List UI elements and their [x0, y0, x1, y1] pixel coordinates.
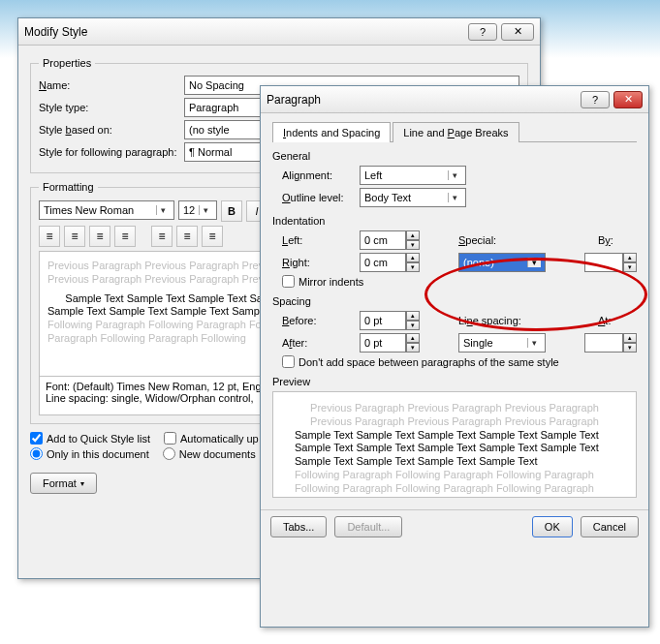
ok-button[interactable]: OK — [532, 516, 573, 537]
modify-style-titlebar: Modify Style ? ✕ — [18, 18, 540, 46]
spacing-1-button[interactable]: ≡ — [151, 226, 173, 247]
general-heading: General — [272, 150, 637, 162]
cancel-button[interactable]: Cancel — [581, 516, 639, 537]
bold-button[interactable]: B — [221, 200, 242, 222]
by-label: By: — [598, 234, 637, 246]
before-spinner[interactable]: 0 pt▴▾ — [360, 311, 420, 330]
chevron-down-icon: ▾ — [527, 338, 541, 348]
chevron-down-icon: ▾ — [80, 479, 84, 488]
paragraph-dialog: Paragraph ? ✕ Indents and Spacing Line a… — [260, 85, 649, 628]
after-label: After: — [282, 337, 360, 349]
alignment-combo[interactable]: Left▾ — [360, 166, 466, 185]
at-label: At: — [598, 315, 637, 326]
spacing-3-button[interactable]: ≡ — [202, 226, 223, 247]
dont-add-space-checkbox[interactable]: Don't add space between paragraphs of th… — [282, 355, 559, 368]
close-button[interactable]: ✕ — [501, 23, 534, 41]
paragraph-titlebar: Paragraph ? ✕ — [261, 86, 648, 113]
indentation-heading: Indentation — [272, 215, 637, 227]
close-button[interactable]: ✕ — [613, 91, 643, 108]
preview-heading: Preview — [272, 376, 637, 387]
name-label: NName:ame: — [39, 79, 184, 91]
line-spacing-label: Line spacing: — [458, 315, 534, 326]
spacing-heading: Spacing — [272, 295, 637, 307]
outline-label: Outline level: — [282, 192, 360, 203]
line-spacing-combo[interactable]: Single▾ — [458, 333, 546, 353]
align-left-button[interactable]: ≡ — [39, 226, 60, 247]
indent-right-spinner[interactable]: 0 cm▴▾ — [360, 253, 420, 272]
paragraph-preview: Previous Paragraph Previous Paragraph Pr… — [272, 391, 637, 498]
at-spinner[interactable]: ▴▾ — [584, 333, 637, 353]
spacing-2-button[interactable]: ≡ — [176, 226, 198, 247]
alignment-label: Alignment: — [282, 169, 360, 181]
indent-right-label: Right: — [282, 257, 360, 268]
style-following-label: Style for following paragraph: — [39, 146, 184, 158]
properties-legend: Properties — [39, 57, 95, 69]
align-center-button[interactable]: ≡ — [64, 226, 85, 247]
tabstrip: Indents and Spacing Line and Page Breaks… — [272, 121, 637, 142]
tabs-button[interactable]: Tabs... — [270, 516, 327, 537]
formatting-legend: Formatting — [39, 181, 98, 193]
add-quick-style-checkbox[interactable]: Add to Quick Style list — [30, 432, 150, 445]
special-label: Special: — [458, 234, 517, 246]
tab-indents-spacing[interactable]: Indents and Spacing — [272, 122, 391, 142]
chevron-down-icon: ▾ — [156, 205, 170, 215]
chevron-down-icon: ▾ — [199, 205, 212, 215]
help-button[interactable]: ? — [581, 91, 610, 108]
tab-line-page-breaks[interactable]: Line and Page Breaks — [393, 122, 519, 142]
indent-left-spinner[interactable]: 0 cm▴▾ — [360, 230, 420, 250]
style-based-label: Style based on: — [39, 124, 184, 136]
default-button[interactable]: Default... — [334, 516, 402, 537]
after-spinner[interactable]: 0 pt▴▾ — [360, 333, 420, 353]
new-docs-radio[interactable]: New documents — [163, 447, 256, 460]
chevron-down-icon: ▾ — [527, 258, 541, 267]
mirror-indents-checkbox[interactable]: Mirror indents — [282, 275, 363, 288]
by-spinner[interactable]: ▴▾ — [584, 253, 637, 272]
font-combo[interactable]: Times New Roman▾ — [39, 200, 174, 220]
paragraph-title: Paragraph — [267, 93, 577, 107]
only-this-doc-radio[interactable]: Only in this document — [30, 447, 149, 460]
special-combo[interactable]: (none)▾ — [458, 253, 546, 272]
help-button[interactable]: ? — [468, 23, 497, 41]
chevron-down-icon: ▾ — [448, 170, 461, 180]
style-type-label: Style type: — [39, 102, 184, 113]
auto-update-checkbox[interactable]: Automatically up — [164, 432, 259, 445]
chevron-down-icon: ▾ — [448, 193, 461, 202]
before-label: Before: — [282, 315, 360, 326]
align-justify-button[interactable]: ≡ — [114, 226, 136, 247]
modify-style-title: Modify Style — [24, 25, 464, 39]
align-right-button[interactable]: ≡ — [89, 226, 110, 247]
indent-left-label: Left: — [282, 234, 360, 246]
outline-combo[interactable]: Body Text▾ — [360, 188, 466, 207]
size-combo[interactable]: 12▾ — [178, 200, 217, 220]
format-button[interactable]: Format▾ — [30, 473, 97, 494]
